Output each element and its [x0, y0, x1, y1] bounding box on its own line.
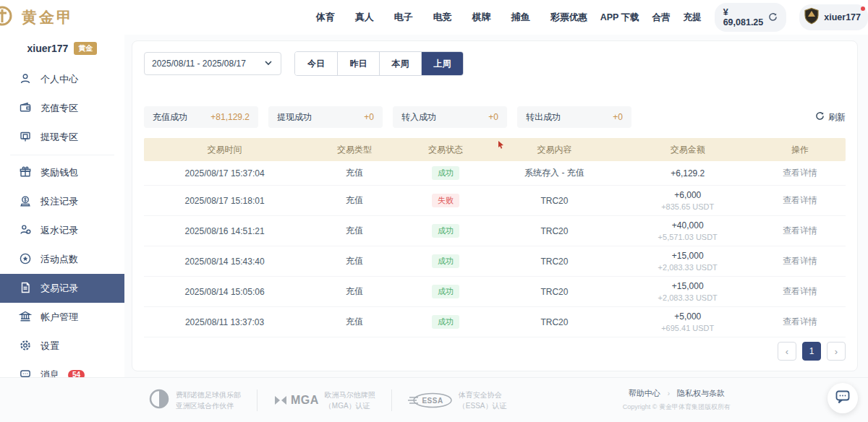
date-range-value: 2025/08/11 - 2025/08/17 [152, 59, 246, 69]
status-badge: 成功 [432, 224, 459, 238]
privacy-terms-link[interactable]: 隐私权与条款 [677, 388, 725, 399]
sidebar-item-label: 提现专区 [41, 131, 78, 144]
sidebar-item-label: 奖励钱包 [41, 166, 78, 179]
link-promotions[interactable]: 优惠 [569, 12, 587, 24]
summary-value: +0 [364, 112, 374, 122]
copyright-text: Copyright © 黄金甲体育集团版权所有 [623, 402, 731, 412]
sidebar-item-activity-points[interactable]: 活动点数 [0, 245, 124, 274]
gear-icon [19, 339, 32, 354]
nav-chess[interactable]: 棋牌 [472, 11, 491, 24]
table-row: 2025/08/16 14:51:21 充值 成功 TRC20 +40,000+… [144, 216, 846, 246]
cell-action: 查看详情 [754, 307, 846, 337]
nav-sports[interactable]: 体育 [316, 11, 335, 24]
tab-this-week[interactable]: 本周 [379, 52, 421, 75]
username-label: xiuer177 [824, 12, 861, 22]
view-details-link[interactable]: 查看详情 [783, 286, 817, 296]
logo-text: 黄金甲 [22, 7, 74, 27]
nav-fishing[interactable]: 捕鱼 [511, 11, 530, 24]
filter-row: 2025/08/11 - 2025/08/17 今日 昨日 本周 上周 [144, 51, 846, 76]
nav-slots[interactable]: 电子 [394, 11, 413, 24]
view-details-link[interactable]: 查看详情 [783, 168, 817, 178]
pagination: ‹ 1 › [778, 342, 846, 361]
link-deposit-withdraw[interactable]: 充提 [684, 12, 702, 24]
cell-amount: +40,000+5,571.03 USDT [621, 216, 754, 246]
cell-content: TRC20 [488, 307, 621, 337]
tab-last-week[interactable]: 上周 [421, 52, 463, 75]
summary-label: 提现成功 [277, 111, 312, 124]
tab-today[interactable]: 今日 [295, 52, 337, 75]
sidebar-item-label: 返水记录 [41, 224, 78, 237]
cell-status: 成功 [404, 307, 488, 337]
cell-time: 2025/08/17 15:37:04 [144, 161, 305, 186]
cell-type: 充值 [305, 307, 404, 337]
cell-type: 充值 [305, 186, 404, 216]
prev-page-button[interactable]: ‹ [778, 342, 796, 361]
points-star-icon [19, 252, 32, 267]
footer: 费耶诺德足球俱乐部亚洲区域合作伙伴 MGA 欧洲马尔他牌照（MGA）认证 ESS… [0, 377, 868, 422]
view-details-link[interactable]: 查看详情 [783, 225, 817, 236]
cell-amount: +6,129.2 [621, 161, 754, 186]
cell-amount: +15,000+2,083.33 USDT [621, 246, 754, 277]
nav-lottery[interactable]: 彩票 [550, 11, 569, 24]
sidebar-item-reward-wallet[interactable]: 奖励钱包 [0, 158, 124, 187]
period-tabs: 今日 昨日 本周 上周 [294, 51, 464, 76]
customer-service-button[interactable] [827, 383, 858, 413]
cert-line: 亚洲区域合作伙伴 [176, 400, 241, 411]
sidebar-item-label: 设置 [41, 340, 59, 353]
cert-line: （ESSA）认证 [459, 400, 507, 411]
balance-display[interactable]: ¥ 69,081.25 [715, 3, 787, 32]
cell-action: 查看详情 [754, 246, 846, 277]
nav-live[interactable]: 真人 [355, 11, 374, 24]
refresh-label: 刷新 [828, 111, 846, 124]
chat-bubble-icon [834, 388, 851, 408]
withdraw-icon [19, 130, 32, 145]
table-header-row: 交易时间 交易类型 交易状态 交易内容 交易金额 操作 [144, 138, 846, 161]
main-content: 2025/08/11 - 2025/08/17 今日 昨日 本周 上周 充值成功… [124, 35, 868, 377]
view-details-link[interactable]: 查看详情 [783, 316, 817, 327]
transaction-card: 2025/08/11 - 2025/08/17 今日 昨日 本周 上周 充值成功… [132, 40, 858, 371]
cell-amount: +5,000+695.41 USDT [621, 307, 754, 337]
rebate-icon [19, 223, 32, 238]
link-app-download[interactable]: APP 下载 [600, 12, 639, 24]
next-page-button[interactable]: › [827, 342, 846, 361]
link-partnership[interactable]: 合营 [652, 12, 671, 24]
page-1-button[interactable]: 1 [802, 342, 821, 361]
user-menu[interactable]: xiuer177 [799, 4, 868, 30]
sidebar-item-personal-center[interactable]: 个人中心 [0, 65, 124, 94]
date-range-select[interactable]: 2025/08/11 - 2025/08/17 [144, 52, 281, 75]
sidebar-item-account-management[interactable]: 帐户管理 [0, 303, 124, 332]
site-logo[interactable]: 黄金甲 [0, 4, 122, 31]
table-row: 2025/08/14 15:05:06 充值 成功 TRC20 +15,000+… [144, 277, 846, 307]
table-row: 2025/08/14 15:43:40 充值 成功 TRC20 +15,000+… [144, 246, 846, 277]
sidebar-item-rebate-records[interactable]: 返水记录 [0, 216, 124, 245]
view-details-link[interactable]: 查看详情 [783, 256, 817, 266]
col-type: 交易类型 [305, 138, 404, 161]
tab-yesterday[interactable]: 昨日 [337, 52, 379, 75]
col-content: 交易内容 [488, 138, 621, 161]
cell-action: 查看详情 [754, 186, 846, 216]
cell-status: 成功 [404, 216, 488, 246]
sidebar-item-settings[interactable]: 设置 [0, 332, 124, 361]
sidebar-item-label: 充值专区 [41, 102, 78, 115]
sidebar-username: xiuer177 [27, 43, 69, 54]
nav-esports[interactable]: 电竞 [433, 11, 452, 24]
cert-line: 费耶诺德足球俱乐部 [176, 389, 241, 400]
sidebar-item-withdraw[interactable]: 提现专区 [0, 123, 124, 152]
user-notification-dot [861, 7, 865, 11]
vip-level-badge: 黄金 [74, 42, 97, 55]
sidebar-item-deposit[interactable]: 充值专区 [0, 94, 124, 123]
sidebar-item-label: 帐户管理 [41, 311, 78, 324]
sidebar: xiuer177 黄金 个人中心 充值专区 提现专区 奖励钱包 投注记录 返水记… [0, 35, 124, 377]
help-center-link[interactable]: 帮助中心 [629, 388, 660, 399]
table-row: 2025/08/17 15:18:01 充值 失败 TRC20 +6,000+8… [144, 186, 846, 216]
view-details-link[interactable]: 查看详情 [783, 195, 817, 205]
cell-content: TRC20 [488, 186, 621, 216]
top-header: 黄金甲 体育 真人 电子 电竞 棋牌 捕鱼 彩票 优惠 APP 下载 合营 充提… [0, 0, 868, 35]
refresh-button[interactable]: 刷新 [815, 111, 846, 124]
sidebar-item-label: 投注记录 [41, 195, 78, 208]
sidebar-item-bet-records[interactable]: 投注记录 [0, 187, 124, 216]
sidebar-item-transaction-records[interactable]: 交易记录 [0, 274, 124, 303]
refresh-balance-icon[interactable] [768, 12, 778, 23]
summary-value: +81,129.2 [210, 112, 250, 122]
chevron-down-icon [263, 58, 273, 70]
